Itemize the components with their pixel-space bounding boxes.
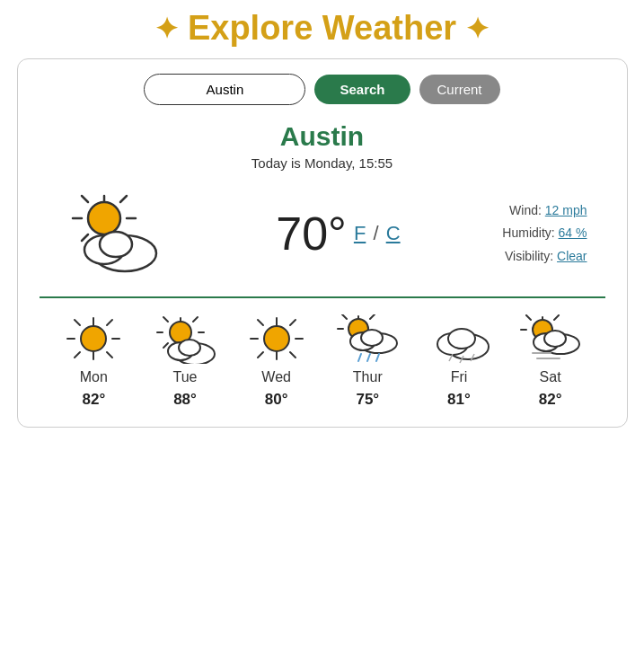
current-weather-icon	[57, 189, 174, 278]
svg-point-8	[88, 202, 120, 234]
svg-line-60	[526, 315, 531, 320]
humidity-row: Humidity: 64 %	[502, 222, 587, 244]
forecast-day-temp: 80°	[265, 391, 288, 409]
svg-line-38	[258, 352, 263, 358]
svg-line-36	[258, 320, 263, 325]
svg-line-19	[107, 352, 112, 358]
search-button[interactable]: Search	[314, 75, 410, 104]
date-time: Today is Monday, 15:55	[40, 155, 605, 171]
sparkle-left-icon: ✦	[154, 12, 179, 46]
forecast-day-temp: 88°	[173, 391, 197, 409]
svg-line-51	[376, 354, 379, 361]
forecast-day-label: Wed	[261, 369, 291, 385]
forecast-day: Sat82°	[519, 314, 582, 409]
svg-point-11	[100, 232, 132, 257]
visibility-row: Visibility: Clear	[502, 245, 587, 268]
city-name: Austin	[40, 121, 605, 152]
celsius-link[interactable]: C	[386, 222, 401, 244]
wind-row: Wind: 12 mph	[502, 199, 587, 222]
weather-details: Wind: 12 mph Humidity: 64 % Visibility: …	[502, 199, 587, 268]
forecast-icon	[428, 314, 490, 364]
forecast-day: Wed80°	[245, 314, 308, 409]
forecast-day: Mon82°	[62, 314, 125, 409]
svg-line-18	[75, 352, 80, 358]
forecast-icon	[336, 314, 399, 364]
forecast-day-temp: 82°	[82, 391, 105, 409]
visibility-value[interactable]: Clear	[557, 249, 587, 263]
forecast-day: Tue88°	[154, 314, 216, 409]
visibility-label: Visibility:	[505, 249, 553, 263]
svg-line-43	[342, 314, 347, 319]
forecast-day-label: Tue	[172, 369, 197, 385]
forecast-day-temp: 81°	[447, 391, 471, 409]
svg-point-20	[81, 326, 106, 351]
svg-line-50	[367, 354, 370, 361]
forecast-day-temp: 75°	[356, 391, 379, 409]
forecast-day-label: Fri	[451, 369, 468, 385]
svg-point-31	[179, 340, 200, 356]
forecast-day-label: Thur	[353, 369, 383, 385]
svg-line-27	[163, 343, 168, 348]
svg-line-61	[554, 315, 559, 320]
svg-line-16	[75, 320, 80, 325]
weather-card: Search Current Austin Today is Monday, 1…	[17, 58, 628, 428]
forecast-section: Mon82° Tue88° Wed80°	[40, 314, 605, 409]
svg-point-65	[544, 331, 566, 347]
fahrenheit-link[interactable]: F	[354, 222, 366, 244]
weather-main: 70° F / C Wind: 12 mph Humidity: 64 % Vi…	[40, 189, 605, 278]
sparkle-right-icon: ✦	[465, 12, 490, 46]
svg-line-26	[193, 317, 198, 322]
unit-separator: /	[373, 222, 378, 244]
section-divider	[40, 296, 605, 298]
forecast-icon	[519, 314, 582, 364]
temperature-units: F / C	[354, 222, 401, 245]
svg-line-49	[358, 354, 361, 361]
svg-line-37	[290, 320, 296, 325]
temperature-section: 70° F / C	[276, 207, 400, 261]
svg-line-6	[82, 234, 88, 241]
page-title: ✦ Explore Weather ✦	[154, 9, 490, 48]
city-input[interactable]	[144, 74, 305, 105]
forecast-day-temp: 82°	[539, 391, 562, 409]
forecast-day: Thur75°	[336, 314, 399, 409]
svg-point-40	[264, 326, 289, 351]
wind-label: Wind:	[509, 203, 542, 217]
forecast-day: Fri81°	[428, 314, 490, 409]
svg-line-25	[163, 317, 168, 322]
svg-line-39	[290, 352, 296, 358]
forecast-icon	[62, 314, 125, 364]
wind-value[interactable]: 12 mph	[545, 203, 587, 217]
forecast-icon	[154, 314, 216, 364]
search-bar: Search Current	[40, 74, 605, 105]
current-button[interactable]: Current	[419, 75, 500, 104]
humidity-label: Humidity:	[502, 225, 554, 240]
forecast-day-label: Mon	[80, 369, 108, 385]
svg-line-17	[107, 320, 112, 325]
temperature-value: 70°	[276, 207, 347, 261]
svg-line-4	[82, 196, 88, 202]
svg-line-44	[370, 314, 375, 319]
humidity-value[interactable]: 64 %	[559, 225, 587, 240]
svg-point-48	[361, 330, 383, 346]
forecast-day-label: Sat	[540, 369, 561, 385]
forecast-icon	[245, 314, 308, 364]
title-text: Explore Weather	[188, 9, 456, 48]
svg-line-5	[120, 196, 127, 202]
svg-point-54	[448, 329, 475, 349]
